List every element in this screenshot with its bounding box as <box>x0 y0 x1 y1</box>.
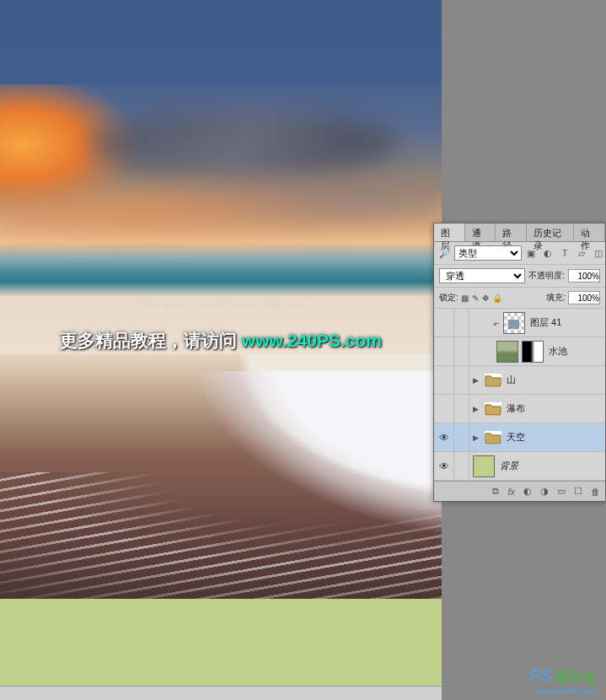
brand-text: 爱好者 <box>555 670 596 684</box>
link-col <box>454 452 469 480</box>
image-filter-icon[interactable]: ▣ <box>525 247 537 259</box>
layers-panel: 图层 通道 路径 历史记录 动作 🔎 类型 ▣ ◐ T ▱ ◫ 穿透 不透明度:… <box>433 223 606 502</box>
lock-all-icon[interactable]: 🔒 <box>492 293 502 303</box>
tab-history[interactable]: 历史记录 <box>527 223 574 241</box>
layer-mask-thumbnail[interactable] <box>522 341 544 363</box>
canvas-area[interactable]: MICHAEL BREITUNG PHOTO 更多精品教程，请访问 www.24… <box>0 0 442 700</box>
link-col <box>454 423 469 451</box>
layer-group-mountain[interactable]: ▶ 山 <box>434 366 605 395</box>
brand-domain: www.psahz.com <box>529 687 596 695</box>
watermark-url: www.240PS.com <box>242 331 382 350</box>
layer-group-waterfall[interactable]: ▶ 瀑布 <box>434 395 605 423</box>
foam-streaks <box>0 472 442 599</box>
cloud-dark <box>88 110 398 177</box>
layer-item-pond[interactable]: 水池 <box>434 337 605 366</box>
tab-paths[interactable]: 路径 <box>496 223 527 241</box>
search-icon: 🔎 <box>439 248 451 259</box>
lock-brush-icon[interactable]: ✎ <box>472 293 479 303</box>
new-layer-icon[interactable]: ☐ <box>574 486 582 497</box>
link-col <box>454 366 469 394</box>
tab-actions[interactable]: 动作 <box>574 223 605 241</box>
lock-move-icon[interactable]: ✥ <box>482 293 489 303</box>
brand-ps: PS <box>529 666 552 685</box>
clip-indicator-icon: ⬐ <box>493 319 500 327</box>
blend-mode-select[interactable]: 穿透 <box>439 268 525 283</box>
kind-select[interactable]: 类型 <box>454 245 522 261</box>
panel-footer: ⧉ fx ◐ ◑ ▭ ☐ 🗑 <box>434 481 605 501</box>
layer-thumbnail[interactable] <box>473 455 495 477</box>
mask-icon[interactable]: ◐ <box>523 486 532 497</box>
link-col <box>454 395 469 423</box>
tab-layers[interactable]: 图层 <box>434 223 465 241</box>
lock-icons: ▦ ✎ ✥ 🔒 <box>461 293 544 303</box>
adjustment-icon[interactable]: ◑ <box>540 486 549 497</box>
shape-filter-icon[interactable]: ▱ <box>576 247 587 259</box>
fill-label: 填充: <box>546 292 566 304</box>
layer-name-label[interactable]: 背景 <box>498 460 603 472</box>
group-icon[interactable]: ▭ <box>557 486 566 497</box>
canvas-bottom-border <box>0 686 442 700</box>
photo-credit: MICHAEL BREITUNG PHOTO <box>140 299 301 310</box>
link-col <box>454 337 469 365</box>
lock-row: 锁定: ▦ ✎ ✥ 🔒 填充: <box>434 288 605 309</box>
layer-name-label[interactable]: 水池 <box>547 345 603 358</box>
layer-name-label[interactable]: 图层 41 <box>528 316 603 329</box>
folder-icon <box>485 374 501 387</box>
text-filter-icon[interactable]: T <box>559 247 571 259</box>
layer-name-label[interactable]: 天空 <box>505 431 603 444</box>
layer-name-label[interactable]: 山 <box>505 374 603 386</box>
opacity-label: 不透明度: <box>528 270 565 282</box>
group-disclosure-icon[interactable]: ▶ <box>469 376 481 385</box>
visibility-toggle[interactable] <box>436 309 454 337</box>
panel-tabs: 图层 通道 路径 历史记录 动作 <box>434 223 605 242</box>
link-col <box>454 309 469 337</box>
fill-input[interactable] <box>568 291 600 304</box>
lock-pixel-icon[interactable]: ▦ <box>461 293 469 303</box>
visibility-toggle[interactable] <box>436 337 454 365</box>
eye-icon: 👁 <box>439 432 451 444</box>
smart-filter-icon[interactable]: ◫ <box>593 247 604 259</box>
visibility-toggle[interactable] <box>436 395 454 423</box>
group-disclosure-icon[interactable]: ▶ <box>469 433 481 442</box>
visibility-toggle[interactable]: 👁 <box>436 423 454 451</box>
visibility-toggle[interactable]: 👁 <box>436 452 454 480</box>
layer-group-sky[interactable]: 👁 ▶ 天空 <box>434 423 605 452</box>
group-disclosure-icon[interactable]: ▶ <box>469 405 481 413</box>
site-brand-watermark: PS 爱好者 www.psahz.com <box>529 666 596 695</box>
layer-item-layer41[interactable]: ⬐ 图层 41 <box>434 309 605 337</box>
eye-icon: 👁 <box>439 460 451 472</box>
folder-icon <box>485 402 501 416</box>
lock-label: 锁定: <box>439 292 459 304</box>
blend-row: 穿透 不透明度: <box>434 265 605 288</box>
cloud-color <box>0 169 442 253</box>
folder-icon <box>485 431 501 444</box>
visibility-toggle[interactable] <box>436 366 454 394</box>
adjust-filter-icon[interactable]: ◐ <box>542 247 554 259</box>
tab-channels[interactable]: 通道 <box>465 223 496 241</box>
watermark-prefix: 更多精品教程，请访问 <box>60 331 242 350</box>
layer-list: ⬐ 图层 41 水池 ▶ 山 ▶ <box>434 309 605 481</box>
layer-thumbnail[interactable] <box>503 312 525 334</box>
green-background-layer <box>0 599 442 687</box>
link-icon[interactable]: ⧉ <box>492 486 499 497</box>
trash-icon[interactable]: 🗑 <box>591 487 600 497</box>
layer-name-label[interactable]: 瀑布 <box>505 402 603 415</box>
fx-icon[interactable]: fx <box>507 487 515 497</box>
watermark-overlay: 更多精品教程，请访问 www.240PS.com <box>60 329 382 353</box>
filter-icon-strip: ▣ ◐ T ▱ ◫ <box>525 247 604 259</box>
opacity-input[interactable] <box>568 269 600 283</box>
filter-row: 🔎 类型 ▣ ◐ T ▱ ◫ <box>434 242 605 265</box>
layer-item-background[interactable]: 👁 背景 <box>434 452 605 481</box>
layer-thumbnail[interactable] <box>496 341 518 363</box>
